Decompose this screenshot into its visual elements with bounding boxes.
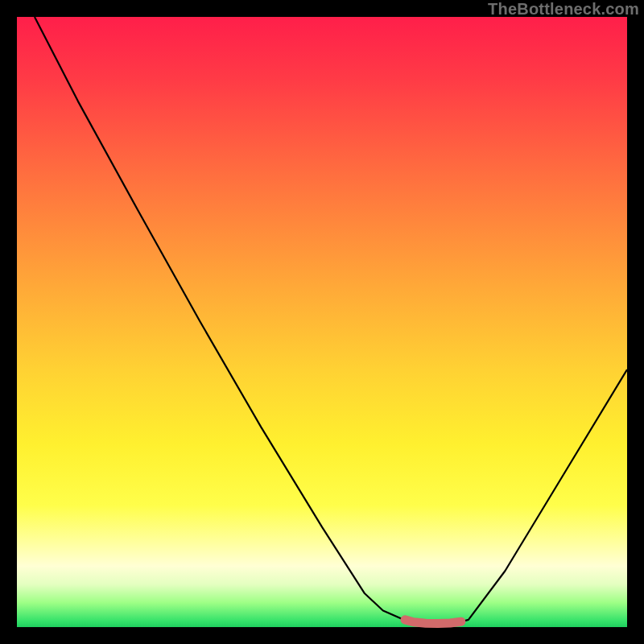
series-container xyxy=(35,17,627,624)
plot-area xyxy=(17,17,627,627)
chart-stage: TheBottleneck.com xyxy=(0,0,644,644)
target-band-path xyxy=(405,620,461,624)
bottleneck-curve-path xyxy=(35,17,627,623)
chart-svg xyxy=(17,17,627,627)
watermark-text: TheBottleneck.com xyxy=(488,0,639,19)
